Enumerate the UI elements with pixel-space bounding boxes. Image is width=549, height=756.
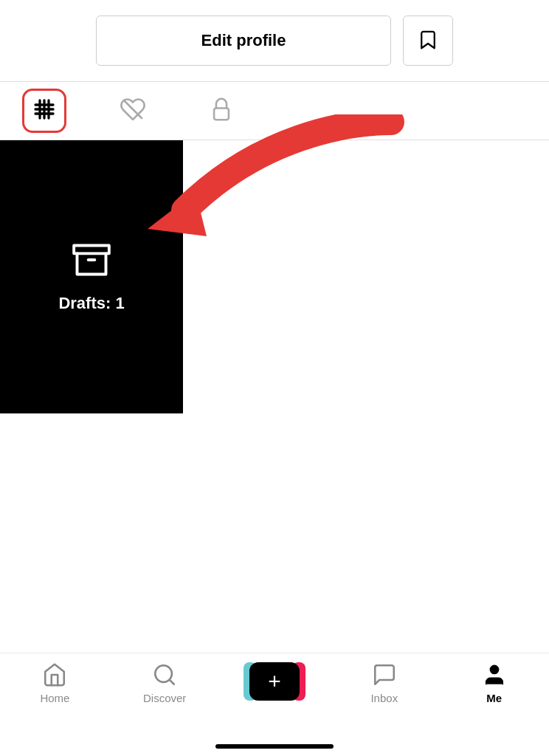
nav-create[interactable]: + xyxy=(220,662,330,705)
grid-icon xyxy=(31,96,58,126)
svg-line-12 xyxy=(170,680,174,684)
home-indicator xyxy=(215,744,334,749)
nav-home[interactable]: Home xyxy=(0,662,110,704)
svg-rect-8 xyxy=(74,246,109,254)
nav-home-label: Home xyxy=(40,692,69,704)
drafts-tray-icon xyxy=(72,241,111,282)
plus-symbol: + xyxy=(268,670,281,693)
lock-tab[interactable] xyxy=(199,89,244,133)
top-action-bar: Edit profile xyxy=(0,0,549,81)
drafts-label: Drafts: 1 xyxy=(58,294,124,313)
grid-tab[interactable] xyxy=(22,89,66,133)
nav-inbox[interactable]: Inbox xyxy=(329,662,439,704)
bottom-nav: Home Discover + Inbox xyxy=(0,653,549,756)
edit-profile-button[interactable]: Edit profile xyxy=(96,16,391,66)
heart-hidden-icon xyxy=(120,96,146,126)
nav-me[interactable]: Me xyxy=(439,662,549,704)
svg-point-13 xyxy=(490,665,498,673)
edit-profile-label: Edit profile xyxy=(201,31,286,50)
nav-discover[interactable]: Discover xyxy=(110,662,220,704)
nav-discover-label: Discover xyxy=(143,692,186,704)
lock-icon xyxy=(209,97,234,125)
tab-icon-bar xyxy=(0,81,549,140)
drafts-panel[interactable]: Drafts: 1 xyxy=(0,140,183,413)
svg-rect-7 xyxy=(214,109,229,120)
nav-me-label: Me xyxy=(486,692,502,704)
heart-hidden-tab[interactable] xyxy=(111,89,155,133)
bookmark-icon xyxy=(417,29,439,53)
bookmark-button[interactable] xyxy=(403,16,453,66)
nav-inbox-label: Inbox xyxy=(370,692,398,704)
